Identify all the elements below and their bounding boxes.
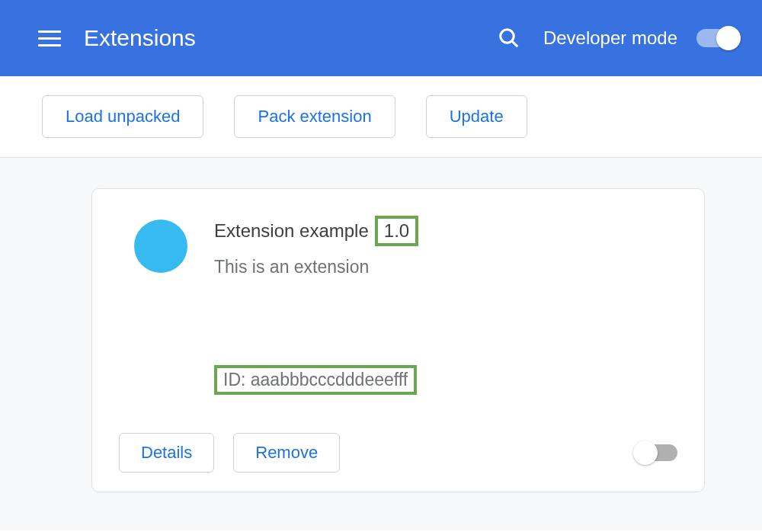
load-unpacked-button[interactable]: Load unpacked (42, 95, 203, 138)
page-title: Extensions (84, 25, 498, 51)
extension-card: Extension example 1.0 This is an extensi… (91, 188, 705, 492)
update-button[interactable]: Update (426, 95, 527, 138)
svg-point-0 (501, 30, 514, 43)
extension-id: ID: aaabbbcccdddeeefff (214, 365, 417, 395)
extension-name: Extension example (214, 220, 369, 242)
extension-description: This is an extension (214, 257, 677, 277)
details-button[interactable]: Details (119, 433, 214, 473)
developer-toolbar: Load unpacked Pack extension Update (0, 76, 762, 158)
extension-enable-toggle[interactable] (635, 444, 677, 461)
header: Extensions Developer mode (0, 0, 762, 76)
extension-icon (134, 220, 187, 273)
developer-mode-label: Developer mode (543, 27, 677, 49)
search-icon[interactable] (498, 27, 520, 50)
svg-line-1 (512, 41, 518, 47)
developer-mode-toggle[interactable] (696, 29, 739, 47)
extension-version: 1.0 (375, 216, 418, 246)
extensions-list: Extension example 1.0 This is an extensi… (0, 158, 762, 530)
menu-icon[interactable] (38, 27, 61, 50)
remove-button[interactable]: Remove (233, 433, 340, 473)
pack-extension-button[interactable]: Pack extension (234, 95, 395, 138)
